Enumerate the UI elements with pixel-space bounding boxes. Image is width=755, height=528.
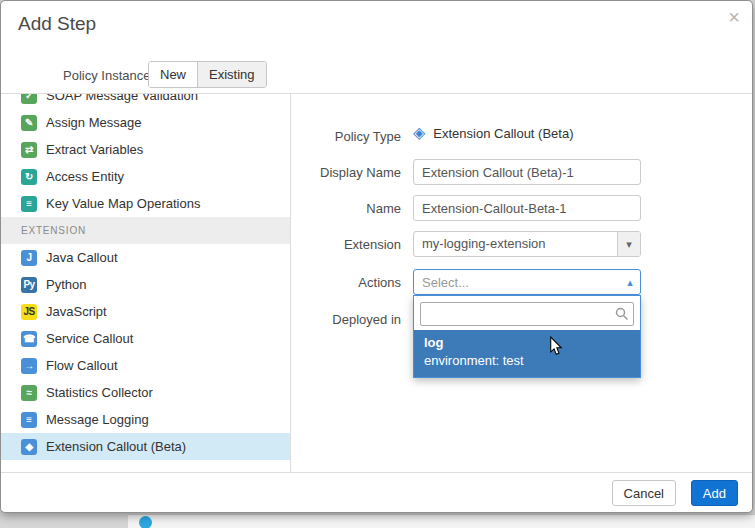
- sidebar-item-label: Flow Callout: [46, 358, 118, 373]
- policy-instance-label: Policy Instance: [63, 68, 150, 83]
- soap-message-validation-icon: ✓: [21, 94, 37, 104]
- policy-instance-new-button[interactable]: New: [149, 62, 197, 87]
- background-app-icon: [139, 516, 152, 528]
- chevron-up-icon: ▴: [620, 276, 640, 289]
- assign-message-icon: ✎: [21, 115, 37, 131]
- display-name-input[interactable]: [413, 159, 641, 185]
- deployed-in-label: Deployed in: [291, 312, 401, 327]
- sidebar-item-soap-message-validation[interactable]: ✓ SOAP Message Validation: [1, 94, 290, 109]
- actions-dropdown-panel: log environment: test: [413, 295, 641, 378]
- sidebar-item-label: Key Value Map Operations: [46, 196, 200, 211]
- sidebar-item-label: SOAP Message Validation: [46, 94, 198, 103]
- chevron-down-icon[interactable]: ▾: [617, 232, 640, 256]
- sidebar-item-assign-message[interactable]: ✎ Assign Message: [1, 109, 290, 136]
- sidebar-item-message-logging[interactable]: ≡ Message Logging: [1, 406, 290, 433]
- statistics-collector-icon: ≈: [21, 385, 37, 401]
- policy-form: Policy Type ◈ Extension Callout (Beta) D…: [291, 94, 752, 472]
- sidebar-item-access-entity[interactable]: ↻ Access Entity: [1, 163, 290, 190]
- javascript-icon: JS: [21, 304, 37, 320]
- policy-type-icon: ◈: [413, 125, 425, 141]
- close-icon[interactable]: ×: [728, 7, 740, 27]
- service-callout-icon: ☎: [21, 331, 37, 347]
- policy-type-value: ◈ Extension Callout (Beta): [413, 125, 641, 141]
- name-input[interactable]: [413, 195, 641, 221]
- actions-combobox[interactable]: Select... ▴: [413, 269, 641, 295]
- sidebar-item-java-callout[interactable]: J Java Callout: [1, 244, 290, 271]
- policy-type-list: ✓ SOAP Message Validation ✎ Assign Messa…: [1, 94, 291, 472]
- sidebar-item-python[interactable]: Py Python: [1, 271, 290, 298]
- sidebar-item-label: Python: [46, 277, 86, 292]
- extension-select-value: my-logging-extension: [414, 232, 617, 256]
- sidebar-item-label: Service Callout: [46, 331, 133, 346]
- actions-combobox-value: Select...: [414, 271, 620, 294]
- sidebar-item-label: Assign Message: [46, 115, 141, 130]
- sidebar-item-label: Access Entity: [46, 169, 124, 184]
- sidebar-item-key-value-map-operations[interactable]: ≡ Key Value Map Operations: [1, 190, 290, 217]
- policy-instance-existing-button[interactable]: Existing: [197, 62, 266, 87]
- sidebar-item-flow-callout[interactable]: → Flow Callout: [1, 352, 290, 379]
- add-step-dialog: Add Step × Policy Instance New Existing …: [0, 0, 753, 513]
- sidebar-item-extract-variables[interactable]: ⇄ Extract Variables: [1, 136, 290, 163]
- flow-callout-icon: →: [21, 358, 37, 374]
- extension-label: Extension: [291, 237, 401, 252]
- actions-label: Actions: [291, 275, 401, 290]
- python-icon: Py: [21, 277, 37, 293]
- cancel-button[interactable]: Cancel: [612, 480, 676, 506]
- sidebar-section-extension: EXTENSION: [1, 217, 290, 244]
- search-icon: [615, 307, 629, 321]
- java-callout-icon: J: [21, 250, 37, 266]
- sidebar-item-label: Extension Callout (Beta): [46, 439, 186, 454]
- sidebar-item-label: Java Callout: [46, 250, 118, 265]
- policy-type-text: Extension Callout (Beta): [433, 126, 573, 141]
- actions-search: [420, 302, 634, 326]
- key-value-map-operations-icon: ≡: [21, 196, 37, 212]
- dialog-body: ✓ SOAP Message Validation ✎ Assign Messa…: [1, 93, 752, 472]
- option-subtitle: environment: test: [424, 352, 630, 370]
- policy-type-label: Policy Type: [291, 129, 401, 144]
- sidebar-item-label: Statistics Collector: [46, 385, 153, 400]
- extension-select[interactable]: my-logging-extension ▾: [413, 231, 641, 257]
- sidebar-item-label: Extract Variables: [46, 142, 143, 157]
- access-entity-icon: ↻: [21, 169, 37, 185]
- sidebar-item-label: Message Logging: [46, 412, 149, 427]
- background-table-row: [128, 514, 755, 528]
- actions-search-input[interactable]: [420, 302, 634, 326]
- sidebar-item-statistics-collector[interactable]: ≈ Statistics Collector: [1, 379, 290, 406]
- option-title: log: [424, 334, 630, 352]
- sidebar-item-label: JavaScript: [46, 304, 107, 319]
- add-button[interactable]: Add: [691, 480, 738, 506]
- message-logging-icon: ≡: [21, 412, 37, 428]
- cursor-icon: [549, 336, 563, 356]
- extension-callout-beta-icon: ◈: [21, 439, 37, 455]
- actions-option-log[interactable]: log environment: test: [414, 330, 640, 377]
- extract-variables-icon: ⇄: [21, 142, 37, 158]
- sidebar-item-javascript[interactable]: JS JavaScript: [1, 298, 290, 325]
- dialog-footer: Cancel Add: [1, 472, 752, 512]
- sidebar-item-extension-callout-beta[interactable]: ◈ Extension Callout (Beta): [1, 433, 290, 460]
- sidebar-item-service-callout[interactable]: ☎ Service Callout: [1, 325, 290, 352]
- policy-instance-row: Policy Instance New Existing: [1, 59, 752, 93]
- dialog-title: Add Step: [18, 13, 96, 35]
- display-name-label: Display Name: [291, 165, 401, 180]
- name-label: Name: [291, 201, 401, 216]
- policy-instance-toggle: New Existing: [148, 61, 267, 88]
